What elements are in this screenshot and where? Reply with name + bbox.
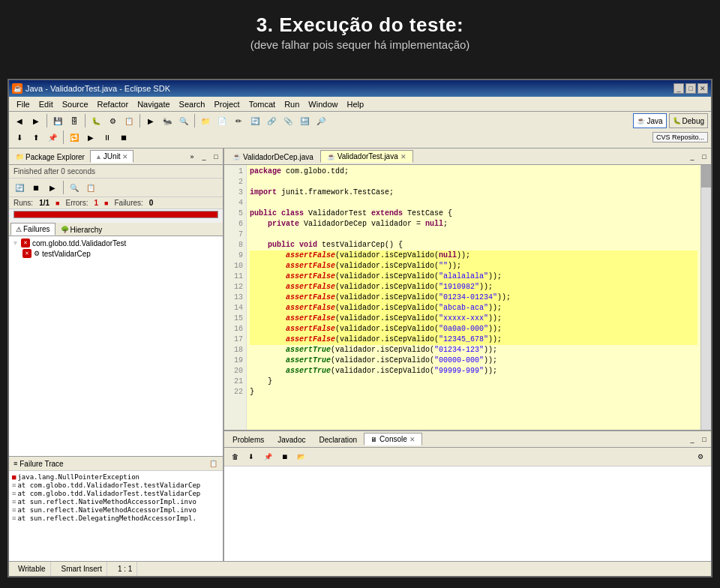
- toolbar-btn-7[interactable]: 📁: [198, 113, 213, 128]
- tab-hierarchy[interactable]: 🌳 Hierarchy: [56, 223, 108, 236]
- tab-validadortest[interactable]: ☕ ValidadorTest.java ✕: [320, 150, 413, 163]
- toolbar2-btn-1[interactable]: ⬇: [12, 130, 27, 145]
- menu-refactor[interactable]: Refactor: [93, 99, 134, 110]
- toolbar-row-1: ◀ ▶ 💾 🗄 🐛 ⚙ 📋 ▶ 🐜 🔍 📁 📄 ✏ 🔄 🔗 📎 🔙 🔎: [12, 113, 708, 128]
- status-insert-text: Smart Insert: [62, 565, 102, 573]
- failures-value: 0: [149, 199, 154, 207]
- editor-scrollbar[interactable]: [700, 165, 711, 430]
- toolbar2-btn-5[interactable]: ▶: [83, 130, 98, 145]
- menu-run[interactable]: Run: [280, 99, 304, 110]
- console-scroll-btn[interactable]: ⬇: [244, 449, 259, 464]
- code-line-19: assertTrue(validador.isCepValido("00000-…: [250, 356, 698, 366]
- toolbar-btn-10[interactable]: 🔄: [248, 113, 262, 128]
- runs-value: 1/1: [39, 199, 50, 207]
- toolbar2-btn-3[interactable]: 📌: [45, 130, 60, 145]
- tab-validadordecep[interactable]: ☕ ValidadorDeCep.java: [226, 151, 320, 163]
- tab-problems[interactable]: Problems: [226, 434, 271, 446]
- bottom-maximize[interactable]: □: [699, 434, 710, 445]
- failure-trace-label: Failure Trace: [20, 460, 63, 468]
- toolbar2-btn-6[interactable]: ⏸: [100, 130, 115, 145]
- toolbar-back-button[interactable]: ◀: [12, 113, 27, 128]
- console-clear-btn[interactable]: 🗑: [227, 449, 242, 464]
- menu-file[interactable]: File: [12, 99, 34, 110]
- tab-junit-close[interactable]: ✕: [122, 153, 128, 160]
- tab-package-explorer[interactable]: 📁 Package Explorer: [10, 151, 90, 163]
- toolbar-btn-13[interactable]: 🔙: [297, 113, 312, 128]
- tree-error-icon: ✕: [21, 238, 30, 248]
- console-open-btn[interactable]: 📂: [293, 449, 308, 464]
- toolbar-run-button[interactable]: ▶: [143, 113, 158, 128]
- toolbar-btn-14[interactable]: 🔎: [314, 113, 328, 128]
- panel-maximize[interactable]: □: [211, 152, 221, 162]
- menu-navigate[interactable]: Navigate: [133, 99, 174, 110]
- tab-console[interactable]: 🖥 Console ✕: [364, 433, 422, 446]
- console-stop-btn[interactable]: ⏹: [277, 449, 292, 464]
- tab-validadortest-close[interactable]: ✕: [400, 153, 406, 160]
- cvs-repo-label: CVS Reposito...: [656, 134, 704, 141]
- line-num-6: 6: [224, 219, 243, 230]
- tab-failures[interactable]: ⚠ Failures: [10, 223, 56, 236]
- code-line-5: public class ValidadorTest extends TestC…: [250, 208, 698, 219]
- menu-search[interactable]: Search: [175, 99, 210, 110]
- toolbar-save-button[interactable]: 💾: [50, 113, 65, 128]
- menu-source[interactable]: Source: [58, 99, 93, 110]
- perspective-debug[interactable]: 🐛 Debug: [669, 113, 708, 128]
- trace-text: at sun.reflect.NativeMethodAccessorImpl.…: [17, 506, 196, 514]
- bottom-minimize[interactable]: _: [687, 434, 698, 445]
- tab-console-close[interactable]: ✕: [410, 436, 416, 443]
- toolbar-fwd-button[interactable]: ▶: [28, 113, 44, 128]
- toolbar2-btn-4[interactable]: 🔁: [67, 130, 82, 145]
- junit-stop-btn[interactable]: ⏹: [28, 180, 44, 195]
- toolbar-btn-8[interactable]: 📄: [214, 113, 230, 128]
- toolbar-debug-button[interactable]: 🐜: [160, 113, 175, 128]
- toolbar-btn-4[interactable]: ⚙: [105, 113, 120, 128]
- toolbar2-btn-2[interactable]: ⬆: [28, 130, 44, 145]
- code-content[interactable]: package com.globo.tdd; import junit.fram…: [247, 165, 700, 430]
- junit-status: Finished after 0 seconds: [14, 167, 95, 176]
- list-item[interactable]: ✕ ⚙ testValidarCep: [10, 248, 221, 259]
- tab-junit[interactable]: ▲ JUnit ✕: [90, 150, 134, 163]
- menu-edit[interactable]: Edit: [34, 99, 58, 110]
- bottom-toolbar: 🗑 ⬇ 📌 ⏹ 📂 ⚙: [224, 448, 711, 466]
- slide-heading: 3. Execução do teste:: [0, 14, 720, 37]
- title-bar-buttons[interactable]: _ □ ✕: [674, 83, 708, 94]
- toolbar-btn-5[interactable]: 📋: [122, 113, 136, 128]
- editor-tab-minimize[interactable]: _: [687, 152, 698, 162]
- eclipse-window: ☕ Java - ValidadorTest.java - Eclipse SD…: [8, 79, 712, 578]
- menu-project[interactable]: Project: [209, 99, 244, 110]
- line-num-15: 15: [224, 314, 243, 324]
- menu-help[interactable]: Help: [342, 99, 368, 110]
- toolbar-save-all-button[interactable]: 🗄: [67, 113, 82, 128]
- console-settings-btn[interactable]: ⚙: [693, 449, 708, 464]
- editor-tab-maximize[interactable]: □: [699, 152, 710, 162]
- failure-trace-btn[interactable]: 📋: [208, 458, 218, 469]
- toolbar-btn-6[interactable]: 🔍: [176, 113, 191, 128]
- list-item[interactable]: ▼ ✕ com.globo.tdd.ValidadorTest: [10, 238, 221, 248]
- console-pin-btn[interactable]: 📌: [260, 449, 275, 464]
- toolbar-btn-12[interactable]: 📎: [280, 113, 296, 128]
- junit-refresh-btn[interactable]: 🔄: [12, 180, 27, 195]
- panel-icon-1[interactable]: »: [187, 152, 197, 162]
- tab-javadoc[interactable]: Javadoc: [271, 434, 312, 446]
- menu-window[interactable]: Window: [304, 99, 342, 110]
- junit-filter-btn[interactable]: 🔍: [67, 180, 82, 195]
- progress-fill: [14, 212, 218, 218]
- perspective-java[interactable]: ☕ Java: [633, 113, 666, 128]
- code-editor[interactable]: 1 2 3 4 5 6 7 8 9 10 11 12 13 14 15 16 1: [224, 165, 711, 430]
- junit-run-btn[interactable]: ▶: [45, 180, 60, 195]
- left-panel: 📁 Package Explorer ▲ JUnit ✕ » _ □ Finis…: [9, 148, 224, 561]
- tab-declaration-label: Declaration: [320, 436, 358, 444]
- trace-text: java.lang.NullPointerException: [17, 473, 140, 481]
- junit-history-btn[interactable]: 📋: [83, 180, 98, 195]
- close-button[interactable]: ✕: [698, 83, 708, 94]
- menu-tomcat[interactable]: Tomcat: [244, 99, 280, 110]
- maximize-button[interactable]: □: [686, 83, 696, 94]
- toolbar-btn-9[interactable]: ✏: [231, 113, 246, 128]
- line-num-8: 8: [224, 240, 243, 250]
- toolbar2-btn-7[interactable]: ⏹: [116, 130, 131, 145]
- toolbar-btn-11[interactable]: 🔗: [264, 113, 279, 128]
- toolbar-btn-3[interactable]: 🐛: [88, 113, 104, 128]
- panel-minimize[interactable]: _: [199, 152, 209, 162]
- tab-declaration[interactable]: Declaration: [313, 434, 364, 446]
- minimize-button[interactable]: _: [674, 83, 684, 94]
